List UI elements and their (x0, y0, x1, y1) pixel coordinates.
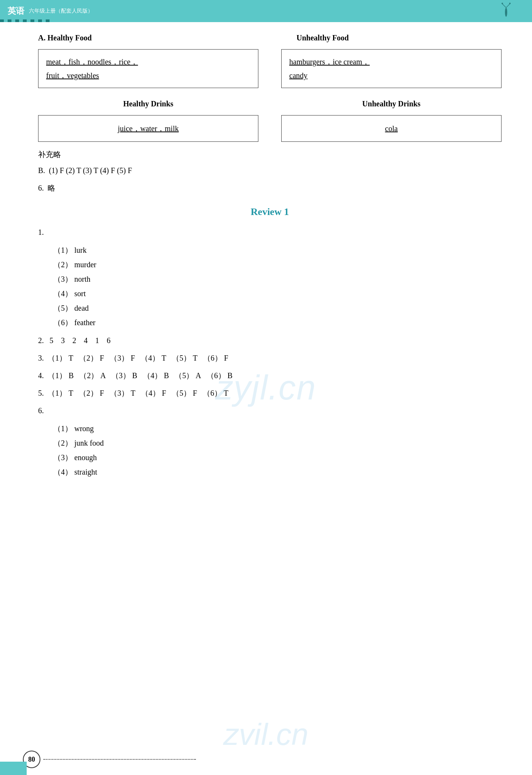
unhealthy-food-label: Unhealthy Food (281, 34, 502, 42)
unhealthy-food-text2: candy (289, 71, 308, 80)
review-1-sub-6: （6） feather (53, 315, 502, 330)
striped-bar (0, 19, 53, 22)
supplement-note: 补充略 (38, 149, 502, 160)
unhealthy-food-text1: hamburgers，ice cream， (289, 58, 370, 66)
healthy-drinks-label: Healthy Drinks (38, 99, 258, 108)
review-6-sub-2: （2） junk food (53, 436, 502, 450)
review-title: Review 1 (38, 206, 502, 218)
review-item-6: 6. （1） wrong （2） junk food （3） enough （4… (38, 404, 502, 479)
review-6-number: 6. (38, 404, 502, 417)
healthy-drinks-text: juice，water，milk (118, 124, 179, 134)
review-item-5: 5. （1） T （2） F （3） T （4） F （5） F （6） T (38, 386, 502, 400)
header-title: 英语 (8, 5, 24, 17)
watermark-bottom: zvil.cn (224, 717, 308, 752)
header-subtitle: 六年级上册（配套人民版） (29, 8, 93, 14)
review-1-sub-1: （1） lurk (53, 243, 502, 257)
svg-point-8 (509, 3, 511, 4)
review-6-sub-3: （3） enough (53, 450, 502, 465)
unhealthy-drinks-text: cola (385, 124, 397, 133)
healthy-food-text1: meat，fish，noodles，rice， (46, 58, 138, 66)
review-item-3: 3. （1） T （2） F （3） F （4） T （5） T （6） F (38, 351, 502, 365)
review-1-sub-4: （4） sort (53, 286, 502, 301)
food-boxes: meat，fish，noodles，rice， fruit，vegetables… (38, 49, 502, 88)
healthy-food-text2: fruit，vegetables (46, 71, 99, 80)
b-answers: B. (1) F (2) T (3) T (4) F (5) F (38, 164, 502, 177)
unhealthy-drinks-label: Unhealthy Drinks (281, 99, 502, 108)
review-1-number: 1. (38, 225, 502, 239)
review-item-1: 1. （1） lurk （2） murder （3） north （4） sor… (38, 225, 502, 330)
unhealthy-drinks-box: cola (281, 115, 502, 142)
page-number-area: 80 (23, 751, 196, 768)
bottom-corner-block (0, 762, 27, 775)
section-5: A. Healthy Food Unhealthy Food meat，fish… (38, 34, 502, 177)
section-6-answer: 略 (48, 184, 55, 192)
healthy-drinks-box: juice，water，milk (38, 115, 258, 142)
section-6: 6. 略 (38, 181, 502, 195)
review-6-sub-1: （1） wrong (53, 421, 502, 436)
review-1-sub-2: （2） murder (53, 257, 502, 272)
review-1-sub-3: （3） north (53, 272, 502, 286)
svg-point-4 (505, 8, 507, 17)
header: 英语 六年级上册（配套人民版） (0, 0, 532, 22)
page-dotted-line (43, 759, 196, 760)
review-6-sub-4: （4） straight (53, 465, 502, 479)
svg-point-6 (502, 3, 503, 4)
review-1-sub-5: （5） dead (53, 301, 502, 315)
healthy-food-box: meat，fish，noodles，rice， fruit，vegetables (38, 49, 258, 88)
b-answers-text: (1) F (2) T (3) T (4) F (5) F (49, 166, 132, 175)
healthy-food-label: A. Healthy Food (38, 34, 258, 42)
review-item-4: 4. （1） B （2） A （3） B （4） B （5） A （6） B (38, 369, 502, 382)
section-6-label: 6. (38, 184, 44, 192)
b-label: B. (38, 166, 45, 175)
butterfly-icon (494, 2, 519, 24)
drinks-boxes: juice，water，milk cola (38, 115, 502, 142)
page: 英语 六年级上册（配套人民版） (0, 0, 532, 775)
review-item-2: 2. 5 3 2 4 1 6 (38, 334, 502, 347)
main-content: A. Healthy Food Unhealthy Food meat，fish… (0, 22, 532, 502)
unhealthy-food-box: hamburgers，ice cream， candy (281, 49, 502, 88)
